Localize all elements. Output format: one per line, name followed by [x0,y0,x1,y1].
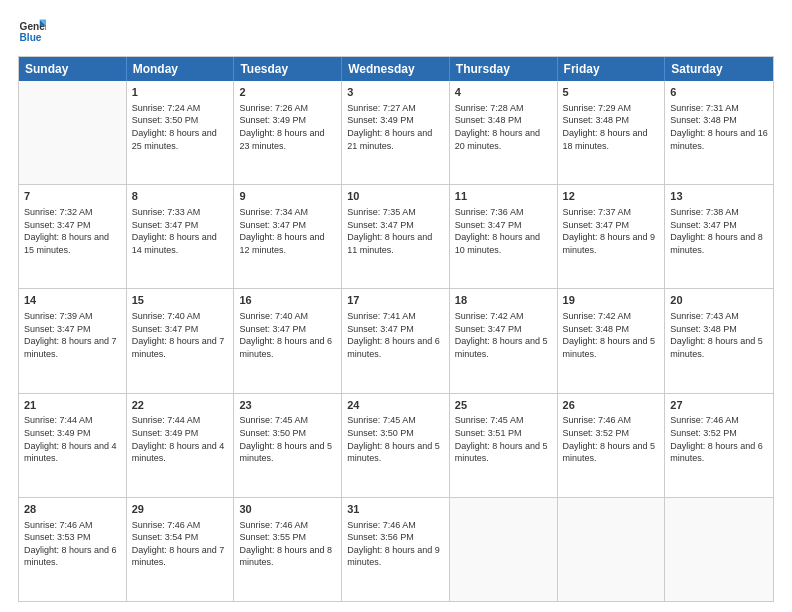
cell-details: Sunrise: 7:42 AM Sunset: 3:47 PM Dayligh… [455,310,552,360]
cell-details: Sunrise: 7:26 AM Sunset: 3:49 PM Dayligh… [239,102,336,152]
day-number: 14 [24,293,121,308]
calendar-cell: 28Sunrise: 7:46 AM Sunset: 3:53 PM Dayli… [19,498,127,601]
weekday-header: Saturday [665,57,773,81]
weekday-header: Sunday [19,57,127,81]
day-number: 2 [239,85,336,100]
calendar-body: 1Sunrise: 7:24 AM Sunset: 3:50 PM Daylig… [19,81,773,601]
day-number: 7 [24,189,121,204]
calendar-cell: 3Sunrise: 7:27 AM Sunset: 3:49 PM Daylig… [342,81,450,184]
cell-details: Sunrise: 7:40 AM Sunset: 3:47 PM Dayligh… [239,310,336,360]
cell-details: Sunrise: 7:34 AM Sunset: 3:47 PM Dayligh… [239,206,336,256]
calendar-cell: 2Sunrise: 7:26 AM Sunset: 3:49 PM Daylig… [234,81,342,184]
calendar-cell: 14Sunrise: 7:39 AM Sunset: 3:47 PM Dayli… [19,289,127,392]
cell-details: Sunrise: 7:32 AM Sunset: 3:47 PM Dayligh… [24,206,121,256]
weekday-header: Tuesday [234,57,342,81]
calendar-cell [558,498,666,601]
calendar-cell: 18Sunrise: 7:42 AM Sunset: 3:47 PM Dayli… [450,289,558,392]
calendar-cell: 12Sunrise: 7:37 AM Sunset: 3:47 PM Dayli… [558,185,666,288]
cell-details: Sunrise: 7:36 AM Sunset: 3:47 PM Dayligh… [455,206,552,256]
day-number: 19 [563,293,660,308]
cell-details: Sunrise: 7:39 AM Sunset: 3:47 PM Dayligh… [24,310,121,360]
calendar-cell: 27Sunrise: 7:46 AM Sunset: 3:52 PM Dayli… [665,394,773,497]
cell-details: Sunrise: 7:41 AM Sunset: 3:47 PM Dayligh… [347,310,444,360]
day-number: 30 [239,502,336,517]
cell-details: Sunrise: 7:38 AM Sunset: 3:47 PM Dayligh… [670,206,768,256]
day-number: 9 [239,189,336,204]
calendar-row: 21Sunrise: 7:44 AM Sunset: 3:49 PM Dayli… [19,393,773,497]
calendar-cell: 19Sunrise: 7:42 AM Sunset: 3:48 PM Dayli… [558,289,666,392]
calendar-row: 28Sunrise: 7:46 AM Sunset: 3:53 PM Dayli… [19,497,773,601]
weekday-header: Monday [127,57,235,81]
day-number: 29 [132,502,229,517]
cell-details: Sunrise: 7:28 AM Sunset: 3:48 PM Dayligh… [455,102,552,152]
cell-details: Sunrise: 7:44 AM Sunset: 3:49 PM Dayligh… [132,414,229,464]
weekday-header: Friday [558,57,666,81]
cell-details: Sunrise: 7:45 AM Sunset: 3:51 PM Dayligh… [455,414,552,464]
calendar-cell [19,81,127,184]
calendar-row: 7Sunrise: 7:32 AM Sunset: 3:47 PM Daylig… [19,184,773,288]
calendar-row: 1Sunrise: 7:24 AM Sunset: 3:50 PM Daylig… [19,81,773,184]
calendar-cell: 31Sunrise: 7:46 AM Sunset: 3:56 PM Dayli… [342,498,450,601]
day-number: 5 [563,85,660,100]
calendar-cell: 13Sunrise: 7:38 AM Sunset: 3:47 PM Dayli… [665,185,773,288]
day-number: 18 [455,293,552,308]
day-number: 22 [132,398,229,413]
day-number: 27 [670,398,768,413]
cell-details: Sunrise: 7:45 AM Sunset: 3:50 PM Dayligh… [239,414,336,464]
calendar-cell: 22Sunrise: 7:44 AM Sunset: 3:49 PM Dayli… [127,394,235,497]
calendar-cell: 5Sunrise: 7:29 AM Sunset: 3:48 PM Daylig… [558,81,666,184]
cell-details: Sunrise: 7:33 AM Sunset: 3:47 PM Dayligh… [132,206,229,256]
day-number: 4 [455,85,552,100]
calendar-cell: 9Sunrise: 7:34 AM Sunset: 3:47 PM Daylig… [234,185,342,288]
day-number: 31 [347,502,444,517]
day-number: 10 [347,189,444,204]
day-number: 15 [132,293,229,308]
calendar-row: 14Sunrise: 7:39 AM Sunset: 3:47 PM Dayli… [19,288,773,392]
cell-details: Sunrise: 7:46 AM Sunset: 3:52 PM Dayligh… [670,414,768,464]
calendar-cell: 17Sunrise: 7:41 AM Sunset: 3:47 PM Dayli… [342,289,450,392]
calendar-cell: 7Sunrise: 7:32 AM Sunset: 3:47 PM Daylig… [19,185,127,288]
day-number: 24 [347,398,444,413]
cell-details: Sunrise: 7:29 AM Sunset: 3:48 PM Dayligh… [563,102,660,152]
logo: General Blue [18,18,46,46]
calendar-cell [450,498,558,601]
cell-details: Sunrise: 7:45 AM Sunset: 3:50 PM Dayligh… [347,414,444,464]
cell-details: Sunrise: 7:35 AM Sunset: 3:47 PM Dayligh… [347,206,444,256]
cell-details: Sunrise: 7:46 AM Sunset: 3:52 PM Dayligh… [563,414,660,464]
calendar-cell: 26Sunrise: 7:46 AM Sunset: 3:52 PM Dayli… [558,394,666,497]
day-number: 21 [24,398,121,413]
day-number: 13 [670,189,768,204]
cell-details: Sunrise: 7:42 AM Sunset: 3:48 PM Dayligh… [563,310,660,360]
weekday-header: Thursday [450,57,558,81]
calendar-cell: 11Sunrise: 7:36 AM Sunset: 3:47 PM Dayli… [450,185,558,288]
calendar-cell: 8Sunrise: 7:33 AM Sunset: 3:47 PM Daylig… [127,185,235,288]
calendar-cell: 20Sunrise: 7:43 AM Sunset: 3:48 PM Dayli… [665,289,773,392]
cell-details: Sunrise: 7:44 AM Sunset: 3:49 PM Dayligh… [24,414,121,464]
calendar-cell: 10Sunrise: 7:35 AM Sunset: 3:47 PM Dayli… [342,185,450,288]
day-number: 8 [132,189,229,204]
day-number: 16 [239,293,336,308]
calendar-header: SundayMondayTuesdayWednesdayThursdayFrid… [19,57,773,81]
day-number: 25 [455,398,552,413]
page-header: General Blue [18,18,774,46]
day-number: 6 [670,85,768,100]
day-number: 23 [239,398,336,413]
calendar-cell: 4Sunrise: 7:28 AM Sunset: 3:48 PM Daylig… [450,81,558,184]
cell-details: Sunrise: 7:40 AM Sunset: 3:47 PM Dayligh… [132,310,229,360]
cell-details: Sunrise: 7:37 AM Sunset: 3:47 PM Dayligh… [563,206,660,256]
calendar-cell: 30Sunrise: 7:46 AM Sunset: 3:55 PM Dayli… [234,498,342,601]
cell-details: Sunrise: 7:24 AM Sunset: 3:50 PM Dayligh… [132,102,229,152]
day-number: 1 [132,85,229,100]
calendar-cell: 16Sunrise: 7:40 AM Sunset: 3:47 PM Dayli… [234,289,342,392]
calendar-cell: 29Sunrise: 7:46 AM Sunset: 3:54 PM Dayli… [127,498,235,601]
day-number: 28 [24,502,121,517]
svg-text:Blue: Blue [20,32,42,43]
day-number: 17 [347,293,444,308]
cell-details: Sunrise: 7:31 AM Sunset: 3:48 PM Dayligh… [670,102,768,152]
calendar-cell: 1Sunrise: 7:24 AM Sunset: 3:50 PM Daylig… [127,81,235,184]
day-number: 11 [455,189,552,204]
calendar-cell: 24Sunrise: 7:45 AM Sunset: 3:50 PM Dayli… [342,394,450,497]
cell-details: Sunrise: 7:43 AM Sunset: 3:48 PM Dayligh… [670,310,768,360]
day-number: 12 [563,189,660,204]
cell-details: Sunrise: 7:46 AM Sunset: 3:54 PM Dayligh… [132,519,229,569]
